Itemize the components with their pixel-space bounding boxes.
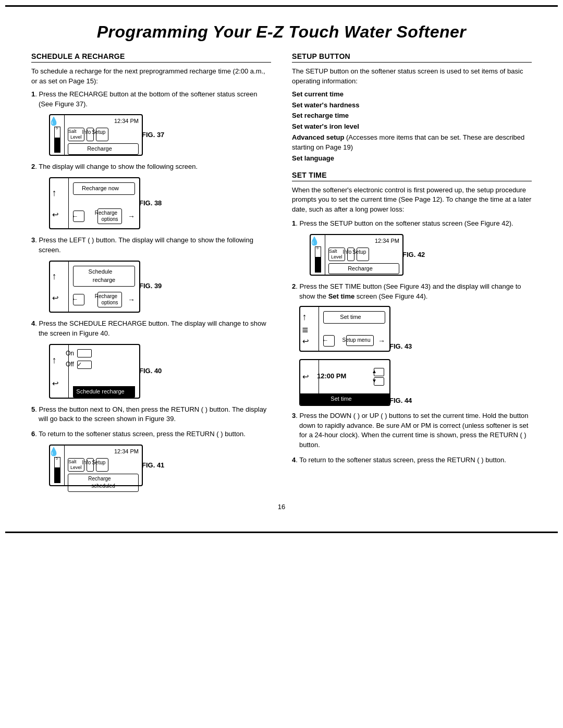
fig42-row: 💧 5 1 12:3: [310, 234, 425, 276]
schedule-recharge-bar[interactable]: Schedule recharge: [73, 386, 135, 398]
salt-tube: 💧 5 1: [50, 115, 65, 155]
fig37-buttons: SaltLevel Info Setup: [68, 128, 139, 141]
right-step-2: 2. Press the SET TIME button (See Figure…: [292, 282, 532, 406]
fig41-device: 💧 5 1 12:3: [49, 445, 143, 486]
setup-menu-btn[interactable]: Setup menu: [346, 335, 374, 346]
right-step-4: 4. To return to the softener status scre…: [292, 455, 532, 465]
fig40-device: ↑ ↩ On: [49, 344, 140, 399]
fig42-label: FIG. 42: [410, 250, 425, 260]
time-up-btn[interactable]: ▲: [374, 368, 384, 376]
set-time-intro: When the softener's electronic control i…: [292, 186, 532, 215]
fig37-label: FIG. 37: [149, 130, 164, 140]
fig44-inline: ↩ 12:00 PM ▲ ▼: [299, 359, 532, 406]
schedule-recharge-btn[interactable]: Schedulerecharge: [73, 266, 135, 287]
right-step-3: 3. Press the DOWN ( ) or UP ( ) buttons …: [292, 411, 532, 450]
on-toggle[interactable]: [77, 349, 92, 357]
setup-item-2: Set water's hardness: [292, 101, 532, 110]
salt-tube-42: 💧 5 1: [311, 235, 325, 275]
setup-item-5: Advanced setup (Accesses more items that…: [292, 133, 532, 153]
fig37-container: 💧 5 1 12:3: [49, 114, 271, 157]
device-right-37: 12:34 PM SaltLevel Info Setup Recharge: [65, 115, 142, 155]
on-off-section: On Off ✓: [73, 349, 135, 369]
fig42-recharge[interactable]: Recharge: [328, 263, 399, 275]
setup-items-list: Set current time Set water's hardness Se…: [292, 90, 532, 164]
setup-btn-42[interactable]: Setup: [357, 248, 369, 261]
fig43-left: ↑ ≡ ↩: [300, 307, 319, 351]
left-arrow-btn-43[interactable]: ←: [323, 335, 335, 347]
recharge-options-btn-39[interactable]: Rechargeoptions: [97, 292, 121, 307]
set-time-btn[interactable]: Set time: [323, 311, 385, 324]
salt-tube-41: 💧 5 1: [50, 446, 65, 485]
device-right-42: 12:34 PM SaltLevel Info Setup Recharge: [325, 235, 402, 275]
fig37-recharge[interactable]: Recharge: [68, 143, 139, 155]
fig43-device: ↑ ≡ ↩ Set time ← Setup menu: [299, 306, 390, 352]
fig39-label: FIG. 39: [146, 281, 162, 291]
fig37-time: 12:34 PM: [68, 117, 139, 126]
fig39-right: Schedulerecharge ← Rechargeoptions →: [69, 262, 139, 312]
device-right-41: 12:34 PM SaltLevel Info Setup Rechargesc…: [65, 446, 142, 485]
fig37-row: 💧 5 1 12:3: [49, 114, 164, 156]
off-row: Off ✓: [73, 360, 135, 369]
fig38-label: FIG. 38: [146, 199, 162, 208]
fig44-right: 12:00 PM ▲ ▼: [319, 360, 389, 393]
fig43-inline: ↑ ≡ ↩ Set time ← Setup menu: [299, 306, 532, 352]
setup-item-6: Set language: [292, 154, 532, 164]
setup-btn[interactable]: Setup: [96, 128, 108, 141]
recharge-options-btn[interactable]: Rechargeoptions: [97, 208, 121, 224]
right-column: Setup Button The SETUP button on the sof…: [292, 52, 532, 492]
left-arrow-btn[interactable]: ←: [73, 211, 84, 222]
fig44-time: 12:00 PM: [324, 372, 346, 381]
fig40-container: ↑ ↩ On: [49, 344, 271, 400]
salt-level-btn-41[interactable]: SaltLevel: [68, 458, 84, 472]
fig38-row: ↑ ↩ Recharge now ← Rechargeoptions →: [49, 177, 162, 229]
fig40-right: On Off ✓ Schedule recharge: [69, 345, 139, 398]
step-6: 6. To return to the softener status scre…: [31, 429, 271, 487]
schedule-recharge-intro: To schedule a recharge for the next prep…: [31, 67, 271, 87]
fig38-device: ↑ ↩ Recharge now ← Rechargeoptions →: [49, 177, 140, 229]
set-time-bar[interactable]: Set time: [300, 393, 389, 405]
setup-item-1: Set current time: [292, 90, 532, 100]
setup-item-4: Set water's iron level: [292, 122, 532, 132]
time-down-btn[interactable]: ▼: [374, 377, 384, 386]
fig44-top: ↩ 12:00 PM ▲ ▼: [300, 360, 389, 393]
fig42-buttons: SaltLevel Info Setup: [328, 248, 399, 261]
fig43-bottom-row: ← Setup menu →: [323, 335, 385, 347]
step-2: 2. The display will change to show the f…: [31, 162, 271, 230]
fig43-44-group: ↑ ≡ ↩ Set time ← Setup menu: [299, 306, 532, 406]
right-step-1: 1. Press the SETUP button on the softene…: [292, 219, 532, 277]
setup-btn-41[interactable]: Setup: [96, 458, 108, 472]
drop-icon-41: 💧: [56, 448, 59, 456]
on-label: On: [73, 349, 74, 358]
off-toggle[interactable]: ✓: [77, 361, 92, 369]
step-5: 5. Press the button next to ON, then pre…: [31, 405, 271, 425]
off-label: Off: [73, 360, 74, 369]
page-number: 16: [31, 503, 532, 511]
setup-button-heading: Setup Button: [292, 52, 532, 63]
fig44-label: FIG. 44: [397, 396, 412, 406]
fig41-time: 12:34 PM: [68, 448, 139, 456]
fig40-label: FIG. 40: [146, 366, 162, 376]
salt-level-btn-42[interactable]: SaltLevel: [328, 248, 345, 261]
fig44-device: ↩ 12:00 PM ▲ ▼: [299, 359, 390, 406]
fig42-time: 12:34 PM: [328, 237, 399, 245]
fig39-left-icons: ↑ ↩: [50, 262, 69, 312]
fig38-left-icons: ↑ ↩: [50, 178, 69, 228]
setup-item-3: Set recharge time: [292, 111, 532, 121]
step-3: 3. Press the LEFT ( ) button. The displa…: [31, 236, 271, 314]
left-column: Schedule a Recharge To schedule a rechar…: [31, 52, 271, 492]
fig41-container: 💧 5 1 12:3: [49, 445, 271, 487]
left-arrow-btn-39[interactable]: ←: [73, 294, 84, 305]
fig38-container: ↑ ↩ Recharge now ← Rechargeoptions →: [49, 177, 271, 230]
fig41-recharge: Rechargescheduled: [68, 474, 139, 492]
recharge-now-btn[interactable]: Recharge now: [73, 182, 135, 195]
fig42-device: 💧 5 1 12:3: [310, 234, 403, 276]
drop-icon-42: 💧: [316, 237, 320, 245]
fig39-container: ↑ ↩ Schedulerecharge ← Rechargeoptions →: [49, 261, 271, 314]
setup-button-intro: The SETUP button on the softener status …: [292, 67, 532, 87]
salt-level-btn[interactable]: SaltLevel: [68, 128, 84, 141]
fig42-container: 💧 5 1 12:3: [310, 234, 532, 277]
page-title: Programming Your E-Z Touch Water Softene…: [31, 22, 532, 42]
step-4: 4. Press the SCHEDULE RECHARGE button. T…: [31, 319, 271, 400]
fig43-label: FIG. 43: [397, 342, 412, 352]
fig41-label: FIG. 41: [149, 461, 164, 471]
